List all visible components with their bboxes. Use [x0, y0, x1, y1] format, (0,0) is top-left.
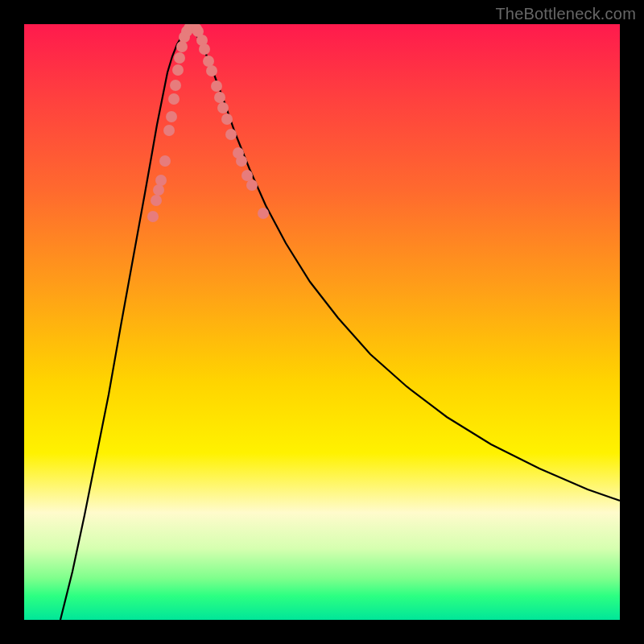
data-point — [225, 129, 237, 140]
data-point — [214, 92, 225, 103]
data-point — [159, 155, 171, 167]
plot-area — [24, 24, 620, 620]
data-point — [151, 195, 162, 206]
chart-svg — [24, 24, 620, 620]
data-point — [176, 41, 188, 52]
data-point — [155, 175, 167, 186]
data-point — [163, 125, 175, 136]
marker-group — [147, 24, 269, 222]
data-point — [172, 64, 184, 76]
right-curve — [188, 26, 620, 501]
data-point — [236, 155, 247, 167]
data-point — [168, 93, 180, 105]
data-point — [206, 65, 217, 76]
data-point — [153, 184, 164, 196]
data-point — [217, 102, 229, 114]
data-point — [199, 43, 210, 55]
data-point — [174, 52, 185, 64]
data-point — [147, 211, 159, 222]
curve-group — [60, 26, 620, 620]
data-point — [203, 56, 214, 67]
data-point — [242, 170, 253, 181]
data-point — [246, 180, 258, 191]
data-point — [166, 111, 177, 122]
outer-frame: TheBottleneck.com — [0, 0, 644, 644]
data-point — [170, 80, 181, 91]
data-point — [221, 114, 233, 125]
data-point — [211, 80, 222, 92]
watermark-text: TheBottleneck.com — [495, 5, 636, 23]
data-point — [258, 208, 269, 219]
